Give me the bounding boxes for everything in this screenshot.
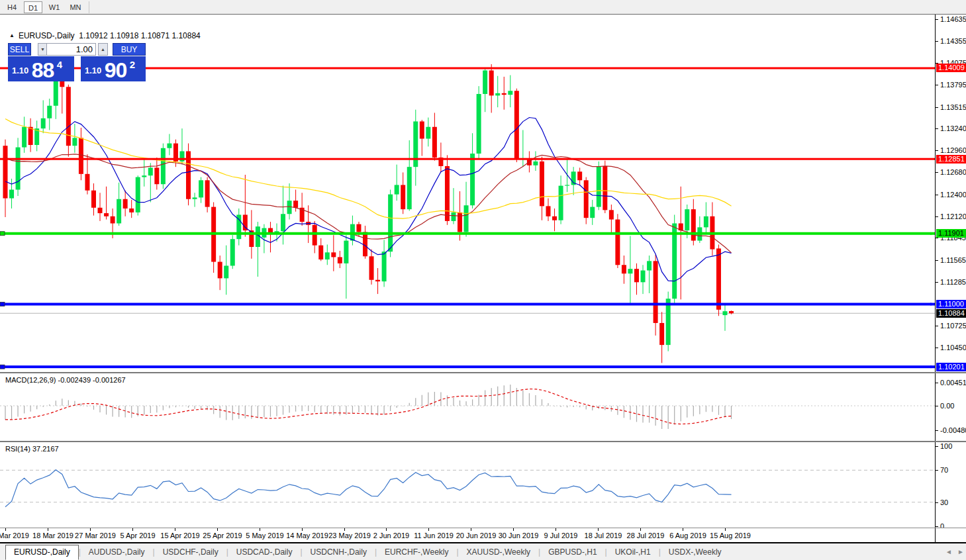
price-axis-label: 1.10725	[940, 322, 966, 330]
candle-body	[9, 190, 14, 199]
collapse-triangle-icon[interactable]: ▲	[9, 32, 15, 38]
price-axis-tick	[936, 216, 938, 217]
macd-axis-label: -0.004806	[940, 426, 966, 434]
price-axis-label: 1.11285	[940, 278, 966, 286]
date-axis-tick	[175, 528, 175, 531]
date-axis-corner	[935, 528, 966, 542]
candle-body	[356, 224, 361, 232]
sell-quote-tile[interactable]: 1.10 88 4	[8, 56, 74, 81]
candle-body	[577, 171, 582, 180]
candle-body	[729, 311, 734, 313]
date-axis-tick	[90, 528, 91, 531]
candle-body	[659, 323, 664, 345]
sell-price-big: 88	[32, 58, 54, 82]
date-axis-tick	[683, 528, 683, 531]
candle-body	[268, 228, 273, 233]
candle-body	[584, 180, 589, 218]
candle-body	[666, 299, 671, 345]
date-axis[interactable]: 8 Mar 201918 Mar 201927 Mar 20195 Apr 20…	[0, 528, 966, 542]
candle-body	[28, 127, 33, 145]
candle-body	[72, 138, 77, 146]
rsi-axis: 10070300	[935, 442, 966, 528]
candle-body	[218, 262, 222, 279]
line-anchor-marker[interactable]	[0, 365, 5, 369]
horizontal-level-line[interactable]	[0, 303, 935, 306]
chart-tab-gbpusd-h1[interactable]: GBPUSD-,H1	[540, 545, 604, 559]
price-axis-tick	[936, 107, 938, 108]
tabs-scroll-right-icon[interactable]: ►	[957, 548, 964, 555]
macd-axis-label: 0.004517	[940, 379, 966, 387]
tabs-scroll-left-icon[interactable]: ◄	[945, 548, 952, 555]
price-axis-tick	[936, 41, 938, 42]
candle-body	[559, 186, 563, 220]
volume-increase-button[interactable]: ▲	[98, 43, 108, 56]
price-level-badge: 1.11000	[936, 300, 966, 308]
chart-tab-xauusd-weekly[interactable]: XAUUSD-,Weekly	[459, 545, 538, 559]
sell-price-prefix: 1.10	[12, 66, 28, 75]
date-axis-tick	[725, 528, 726, 531]
chart-tab-eurchf-weekly[interactable]: EURCHF-,Weekly	[377, 545, 456, 559]
buy-button[interactable]: BUY	[113, 43, 146, 56]
macd-canvas[interactable]	[0, 373, 935, 441]
chart-tab-usdx-weekly[interactable]: USDX-,Weekly	[661, 545, 730, 559]
candle-body	[508, 91, 512, 95]
date-axis-tick	[471, 528, 471, 531]
chart-tab-usdcnh-daily[interactable]: USDCNH-,Daily	[303, 545, 375, 559]
main-chart-panel[interactable]: 1.146351.143551.140751.137951.135151.132…	[0, 15, 966, 372]
rsi-axis-tick	[936, 502, 938, 503]
sell-button[interactable]: SELL	[8, 43, 31, 56]
candle-body	[685, 209, 689, 230]
price-axis[interactable]: 1.146351.143551.140751.137951.135151.132…	[935, 15, 966, 372]
line-anchor-marker[interactable]	[0, 303, 5, 306]
ohlc-values: 1.10912 1.10918 1.10871 1.10884	[79, 31, 201, 40]
price-axis-tick	[936, 195, 938, 195]
macd-axis-tick	[936, 383, 938, 383]
candle-body	[47, 106, 52, 118]
candle-body	[445, 166, 450, 221]
candle-body	[464, 205, 469, 232]
candle-body	[193, 197, 197, 199]
buy-quote-tile[interactable]: 1.10 90 2	[81, 56, 146, 81]
candle-body	[458, 212, 462, 232]
price-axis-tick	[936, 19, 938, 20]
moving-average-line-50	[5, 119, 732, 219]
timeframe-button-h4[interactable]: H4	[3, 1, 21, 13]
rsi-canvas[interactable]	[0, 442, 935, 528]
timeframe-button-d1[interactable]: D1	[24, 1, 42, 13]
horizontal-level-line[interactable]	[0, 365, 935, 368]
candle-body	[369, 256, 374, 280]
candle-body	[287, 201, 292, 214]
date-axis-tick	[217, 528, 218, 531]
candle-body	[502, 93, 507, 95]
candle-body	[716, 248, 721, 309]
candle-body	[85, 174, 89, 191]
timeframe-button-mn[interactable]: MN	[66, 1, 85, 13]
candle-body	[136, 177, 140, 212]
rsi-indicator-panel[interactable]: 10070300 RSI(14) 37.2167	[0, 442, 966, 528]
candle-body	[41, 118, 46, 128]
rsi-axis-label: 70	[940, 466, 948, 474]
horizontal-level-line[interactable]	[0, 232, 935, 235]
chart-tab-usdchf-daily[interactable]: USDCHF-,Daily	[155, 545, 226, 559]
line-anchor-marker[interactable]	[0, 232, 5, 236]
candle-body	[142, 175, 146, 177]
candle-body	[565, 185, 569, 185]
price-axis-label: 1.13240	[940, 124, 966, 132]
volume-input[interactable]	[46, 43, 96, 56]
candle-body	[281, 214, 285, 231]
candle-body	[704, 216, 708, 228]
chart-tab-ukoil-h1[interactable]: UKOil-,H1	[607, 545, 659, 559]
chart-tab-eurusd-daily[interactable]: EURUSD-,Daily	[5, 545, 79, 560]
candle-body	[91, 191, 96, 208]
timeframe-button-w1[interactable]: W1	[45, 1, 64, 13]
candle-body	[489, 70, 494, 95]
date-axis-tick	[302, 528, 303, 531]
candle-body	[615, 220, 620, 265]
chart-tab-audusd-daily[interactable]: AUDUSD-,Daily	[81, 545, 153, 559]
candle-body	[117, 199, 121, 224]
candle-body	[3, 146, 8, 198]
chart-tab-usdcad-daily[interactable]: USDCAD-,Daily	[228, 545, 301, 559]
macd-indicator-panel[interactable]: 0.0045170.00-0.004806 MACD(12,26,9) -0.0…	[0, 373, 966, 441]
candle-body	[293, 201, 298, 208]
horizontal-level-line[interactable]	[0, 158, 935, 160]
